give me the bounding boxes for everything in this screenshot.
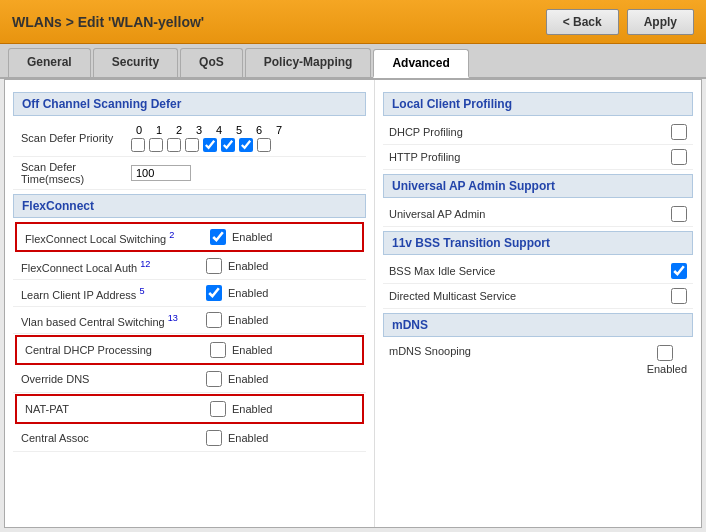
mdns-snooping-right: Enabled <box>643 345 687 375</box>
tab-qos[interactable]: QoS <box>180 48 243 77</box>
flex-enabled-local-switching: Enabled <box>232 231 272 243</box>
dhcp-profiling-row: DHCP Profiling <box>383 120 693 145</box>
flex-row-learn-client-ip: Learn Client IP Address 5 Enabled <box>13 280 366 307</box>
bss-max-idle-row: BSS Max Idle Service <box>383 259 693 284</box>
local-client-section-header: Local Client Profiling <box>383 92 693 116</box>
apply-button[interactable]: Apply <box>627 9 694 35</box>
mdns-snooping-row: mDNS Snooping Enabled <box>383 341 693 379</box>
title-bar: WLANs > Edit 'WLAN-yellow' < Back Apply <box>0 0 706 44</box>
bss-section-header: 11v BSS Transition Support <box>383 231 693 255</box>
scan-defer-priority-row: Scan Defer Priority 0 1 2 3 4 5 6 7 <box>13 120 366 157</box>
flex-row-override-dns: Override DNS Enabled <box>13 366 366 393</box>
scan-defer-time-input[interactable]: 100 <box>131 165 191 181</box>
tab-policy-mapping[interactable]: Policy-Mapping <box>245 48 372 77</box>
flex-label-local-auth: FlexConnect Local Auth 12 <box>21 259 206 274</box>
universal-ap-row: Universal AP Admin <box>383 202 693 227</box>
bss-max-idle-label: BSS Max Idle Service <box>389 265 671 277</box>
tab-advanced[interactable]: Advanced <box>373 49 468 78</box>
flex-enabled-override-dns: Enabled <box>228 373 268 385</box>
flex-enabled-nat-pat: Enabled <box>232 403 272 415</box>
flex-label-central-dhcp: Central DHCP Processing <box>25 344 210 356</box>
priority-check-5[interactable] <box>221 138 235 152</box>
priority-check-6[interactable] <box>239 138 253 152</box>
flex-row-local-switching: FlexConnect Local Switching 2 Enabled <box>15 222 364 252</box>
directed-multicast-check[interactable] <box>671 288 687 304</box>
main-content: General Security QoS Policy-Mapping Adva… <box>0 44 706 532</box>
flex-sup-learn-client-ip: 5 <box>139 286 144 296</box>
flex-enabled-central-dhcp: Enabled <box>232 344 272 356</box>
scan-defer-time-row: Scan Defer Time(msecs) 100 <box>13 157 366 190</box>
title-bar-buttons: < Back Apply <box>546 9 694 35</box>
flexconnect-section-header: FlexConnect <box>13 194 366 218</box>
scan-defer-time-label: Scan Defer Time(msecs) <box>21 161 131 185</box>
flex-row-central-assoc: Central Assoc Enabled <box>13 425 366 452</box>
flex-sup-local-switching: 2 <box>169 230 174 240</box>
directed-multicast-label: Directed Multicast Service <box>389 290 671 302</box>
flex-enabled-central-assoc: Enabled <box>228 432 268 444</box>
priority-check-0[interactable] <box>131 138 145 152</box>
left-panel: Off Channel Scanning Defer Scan Defer Pr… <box>5 80 375 527</box>
flex-check-local-switching[interactable] <box>210 229 226 245</box>
http-profiling-label: HTTP Profiling <box>389 151 671 163</box>
flex-row-vlan-central: Vlan based Central Switching 13 Enabled <box>13 307 366 334</box>
priority-checkboxes: 0 1 2 3 4 5 6 7 <box>131 124 287 152</box>
universal-ap-check[interactable] <box>671 206 687 222</box>
mdns-snooping-check[interactable] <box>657 345 673 361</box>
flex-enabled-learn-client-ip: Enabled <box>228 287 268 299</box>
priority-check-1[interactable] <box>149 138 163 152</box>
priority-num-5: 5 <box>231 124 247 136</box>
priority-num-4: 4 <box>211 124 227 136</box>
tabs: General Security QoS Policy-Mapping Adva… <box>0 44 706 79</box>
dhcp-profiling-check[interactable] <box>671 124 687 140</box>
flex-check-local-auth[interactable] <box>206 258 222 274</box>
scan-defer-priority-label: Scan Defer Priority <box>21 132 131 144</box>
flex-check-override-dns[interactable] <box>206 371 222 387</box>
flex-label-override-dns: Override DNS <box>21 373 206 385</box>
flex-check-vlan-central[interactable] <box>206 312 222 328</box>
flex-check-learn-client-ip[interactable] <box>206 285 222 301</box>
flex-label-local-switching: FlexConnect Local Switching 2 <box>25 230 210 245</box>
mdns-enabled-label: Enabled <box>647 363 687 375</box>
tab-security[interactable]: Security <box>93 48 178 77</box>
dhcp-profiling-label: DHCP Profiling <box>389 126 671 138</box>
priority-checks <box>131 138 287 152</box>
priority-num-0: 0 <box>131 124 147 136</box>
right-panel: Local Client Profiling DHCP Profiling HT… <box>375 80 701 527</box>
flex-sup-vlan-central: 13 <box>168 313 178 323</box>
priority-check-2[interactable] <box>167 138 181 152</box>
priority-num-3: 3 <box>191 124 207 136</box>
flex-check-central-assoc[interactable] <box>206 430 222 446</box>
flex-label-learn-client-ip: Learn Client IP Address 5 <box>21 286 206 301</box>
universal-ap-section-header: Universal AP Admin Support <box>383 174 693 198</box>
bss-max-idle-check[interactable] <box>671 263 687 279</box>
mdns-snooping-label: mDNS Snooping <box>389 345 643 357</box>
priority-num-6: 6 <box>251 124 267 136</box>
priority-check-4[interactable] <box>203 138 217 152</box>
http-profiling-row: HTTP Profiling <box>383 145 693 170</box>
priority-num-1: 1 <box>151 124 167 136</box>
mdns-section-header: mDNS <box>383 313 693 337</box>
flex-label-nat-pat: NAT-PAT <box>25 403 210 415</box>
priority-check-3[interactable] <box>185 138 199 152</box>
priority-check-7[interactable] <box>257 138 271 152</box>
priority-numbers: 0 1 2 3 4 5 6 7 <box>131 124 287 136</box>
flex-enabled-vlan-central: Enabled <box>228 314 268 326</box>
priority-num-7: 7 <box>271 124 287 136</box>
http-profiling-check[interactable] <box>671 149 687 165</box>
off-channel-section-header: Off Channel Scanning Defer <box>13 92 366 116</box>
directed-multicast-row: Directed Multicast Service <box>383 284 693 309</box>
flex-check-central-dhcp[interactable] <box>210 342 226 358</box>
flex-sup-local-auth: 12 <box>140 259 150 269</box>
breadcrumb: WLANs > Edit 'WLAN-yellow' <box>12 14 204 30</box>
flex-label-vlan-central: Vlan based Central Switching 13 <box>21 313 206 328</box>
flex-label-central-assoc: Central Assoc <box>21 432 206 444</box>
priority-num-2: 2 <box>171 124 187 136</box>
tab-general[interactable]: General <box>8 48 91 77</box>
flex-enabled-local-auth: Enabled <box>228 260 268 272</box>
flex-row-local-auth: FlexConnect Local Auth 12 Enabled <box>13 253 366 280</box>
content-area: Off Channel Scanning Defer Scan Defer Pr… <box>4 79 702 528</box>
universal-ap-label: Universal AP Admin <box>389 208 671 220</box>
back-button[interactable]: < Back <box>546 9 619 35</box>
flex-check-nat-pat[interactable] <box>210 401 226 417</box>
flex-row-nat-pat: NAT-PAT Enabled <box>15 394 364 424</box>
